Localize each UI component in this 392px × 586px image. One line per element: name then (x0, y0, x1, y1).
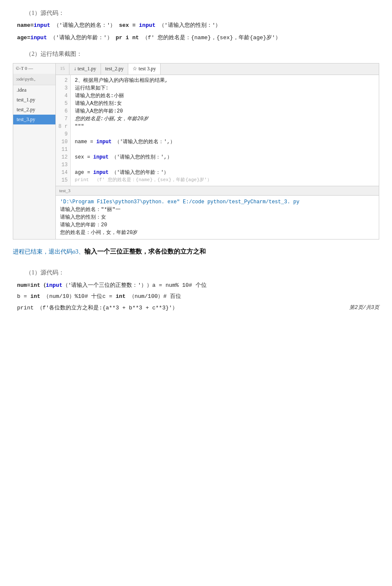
section1-title: （1）源代码： (13, 9, 379, 18)
ide-file-3[interactable]: test_3.py (13, 115, 55, 124)
task3-code-block: num=int（input（'请输入一个三位的正整数：'））a = num% 1… (17, 281, 379, 312)
code-line-15: print （f' 您的姓名是：{name}，{sex}，年龄{age}岁'） (75, 176, 375, 184)
code-line-12: sex = input （'请输入您的性别：',） (75, 153, 375, 161)
process-end-line: 进程已结束，退出代码o3、输入一个三位正整数，求各位数的立方之和 (13, 246, 379, 257)
ide-tab-1[interactable]: ↓ test_1.py (69, 64, 101, 74)
code-line-8: """ (75, 123, 375, 130)
task3-section1-title: （1）源代码： (13, 268, 379, 277)
code-line-11 (75, 146, 375, 153)
terminal-line-1: 'D:\Program FiIes\python37\python. exe" … (60, 198, 375, 206)
ide-sidebar-header: :ode\pyth。 (13, 74, 55, 85)
terminal-header: test_3 (56, 186, 379, 196)
terminal-line-4: 请输入您的年龄：20 (60, 221, 375, 229)
ide-file-1[interactable]: test_1.py (13, 95, 55, 105)
code-line-13 (75, 161, 375, 169)
ide-sidebar-idea: .idea (13, 85, 55, 95)
code1-input2: input (139, 22, 156, 29)
ide-tab-2[interactable]: test_2.py (101, 64, 129, 74)
ide-sidebar: ©-T 0 — :ode\pyth。 .idea test_1.py test_… (13, 64, 56, 239)
task3-code-line1: num=int（input（'请输入一个三位的正整数：'））a = num% 1… (17, 281, 379, 290)
section1-code1: name=input （'请输入您的姓名：'） sex = input （'请输… (17, 21, 379, 30)
code1-input3: input (30, 35, 47, 41)
code-line-4: 请输入您的姓名:小丽 (75, 92, 375, 100)
section1-code2: age=input （'请输入您的年龄：'） pr i nt （f' 您的姓名是… (17, 34, 379, 43)
code-line-3: 运行结果如下: (75, 84, 375, 92)
code-line-2: 2、根据用户输入的内容输出相应的结果, (75, 77, 375, 84)
ide-file-2[interactable]: test_2.py (13, 105, 55, 115)
code-line-9 (75, 130, 375, 138)
task3-code-line2: b = int （num/10）%10# 十位c = int （num/100）… (17, 292, 379, 301)
line-numbers: 2 3 4 5 6 7 8 r 9 10 11 12 13 14 15 (56, 75, 71, 186)
ide-tab-15: 15 (56, 64, 69, 74)
code-line-5: 请输入A您的性别:女 (75, 100, 375, 107)
code-area: 2、根据用户输入的内容输出相应的结果, 运行结果如下: 请输入您的姓名:小丽 请… (71, 75, 379, 186)
terminal-line-2: 请输入您的姓名："*丽"一 (60, 206, 375, 214)
ide-tabs: 15 ↓ test_1.py test_2.py ☆ test 3.py (56, 64, 379, 75)
terminal-line-5: 您的姓名是：小祠，女，年龄20岁 (60, 229, 375, 237)
code-line-7: 您的姓名是:小丽,女，年龄20岁 (75, 115, 375, 123)
process-end-text: 进程已结束，退出代码o3、 (13, 248, 84, 255)
code-line-6: 请输入A您的年龄:20 (75, 107, 375, 115)
ide-main: 15 ↓ test_1.py test_2.py ☆ test 3.py 2 3… (56, 64, 379, 239)
task3-code-line3: print （f'各位数的立方之和是:{a**3 + b**3 + c**3}'… (17, 303, 379, 313)
code1-input1: input (34, 22, 50, 29)
terminal-content: 'D:\Program FiIes\python37\python. exe" … (56, 196, 379, 239)
terminal-area: test_3 'D:\Program FiIes\python37\python… (56, 186, 379, 240)
code-line-10: name = input （'请输入您的姓名：',） (75, 138, 375, 146)
section2-title: （2）运行结果截图： (13, 49, 379, 59)
ide-content: 2 3 4 5 6 7 8 r 9 10 11 12 13 14 15 2、根据… (56, 75, 379, 186)
terminal-line-3: 请输入您的性别：女 (60, 214, 375, 221)
task3-bold-title: 输入一个三位正整数，求各位数的立方之和 (84, 248, 206, 255)
ide-circle-icon: ©-T 0 — (13, 64, 55, 74)
ide-container: ©-T 0 — :ode\pyth。 .idea test_1.py test_… (13, 63, 379, 240)
code1-name: name= (17, 22, 34, 29)
ide-tab-3[interactable]: ☆ test 3.py (128, 64, 161, 74)
code-line-14: age = input （'请输入您的年龄：'） (75, 169, 375, 176)
